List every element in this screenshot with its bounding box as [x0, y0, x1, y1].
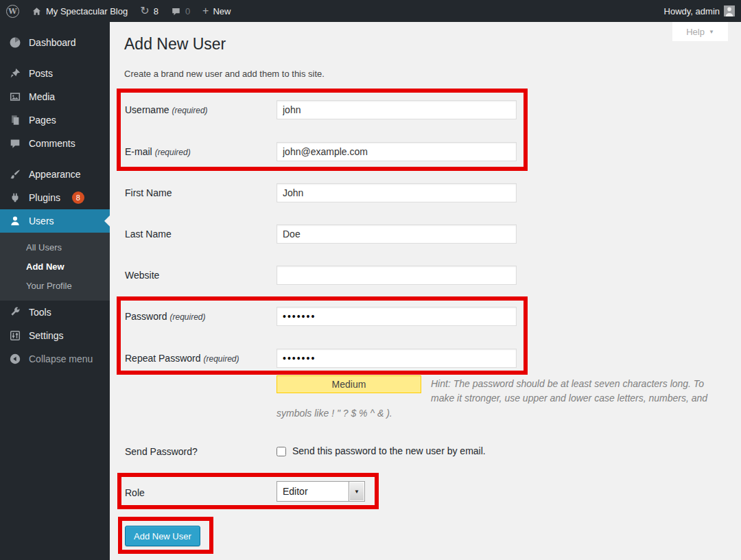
avatar	[724, 5, 735, 16]
sidebar-item-posts[interactable]: Posts	[0, 62, 110, 85]
sidebar-item-label: Users	[29, 215, 54, 226]
admin-bar: W My Spectacular Blog ↻ 8 0 + New Howdy,…	[0, 0, 741, 22]
last-name-label: Last Name	[125, 229, 172, 240]
submenu-item-label: Add New	[26, 261, 64, 272]
comment-bubble-icon	[171, 6, 181, 16]
admin-bar-left: W My Spectacular Blog ↻ 8 0 + New	[0, 0, 237, 22]
updates-icon: ↻	[140, 5, 149, 16]
sidebar-item-label: Comments	[29, 138, 75, 149]
plus-icon: +	[202, 5, 209, 16]
sidebar-item-media[interactable]: Media	[0, 85, 110, 108]
admin-bar-right: Howdy, admin	[658, 0, 741, 22]
sidebar-item-label: Collapse menu	[29, 353, 93, 364]
sidebar-item-label: Media	[29, 91, 55, 102]
pin-icon	[8, 67, 22, 80]
chevron-down-icon: ▼	[354, 489, 360, 495]
admin-menu: Dashboard Posts Media Pages Comments App…	[0, 22, 110, 560]
media-icon	[8, 90, 22, 104]
email-label: E-mail(required)	[125, 146, 191, 157]
required-note: (required)	[155, 148, 191, 157]
dashboard-icon	[8, 36, 22, 49]
pages-icon	[8, 113, 22, 127]
send-password-checkbox-label[interactable]: Send this password to the new user by em…	[292, 445, 486, 456]
user-icon	[8, 214, 22, 228]
wordpress-menu[interactable]: W	[0, 0, 25, 22]
password-label: Password(required)	[125, 311, 206, 322]
first-name-label: First Name	[125, 187, 172, 198]
site-name-label: My Spectacular Blog	[46, 6, 128, 16]
password-hint-line: make it stronger, use upper and lower ca…	[431, 393, 707, 404]
users-submenu: All Users Add New Your Profile	[0, 233, 110, 301]
repeat-password-label: Repeat Password(required)	[125, 353, 239, 364]
send-password-checkbox[interactable]	[277, 447, 286, 456]
add-new-user-button[interactable]: Add New User	[125, 526, 200, 546]
comments-link[interactable]: 0	[165, 0, 196, 22]
wordpress-logo-icon: W	[6, 5, 19, 18]
plugins-update-badge: 8	[72, 191, 84, 204]
sidebar-item-users[interactable]: Users	[0, 209, 110, 233]
select-arrow-button[interactable]: ▼	[349, 482, 364, 501]
chevron-down-icon: ▼	[709, 29, 714, 35]
password-field[interactable]	[277, 307, 517, 326]
email-field[interactable]	[277, 142, 517, 161]
sidebar-item-label: Tools	[29, 307, 51, 318]
home-icon	[32, 6, 42, 16]
sidebar-item-label: Appearance	[29, 169, 81, 180]
sidebar-item-label: Plugins	[29, 192, 60, 203]
help-tab[interactable]: Help ▼	[672, 22, 728, 41]
required-note: (required)	[169, 312, 205, 322]
new-label: New	[213, 6, 231, 16]
paintbrush-icon	[8, 167, 22, 181]
submenu-item-label: Your Profile	[26, 281, 72, 291]
page-subtitle: Create a brand new user and add them to …	[124, 69, 325, 79]
submenu-item-all-users[interactable]: All Users	[0, 237, 110, 257]
sidebar-item-appearance[interactable]: Appearance	[0, 163, 110, 186]
comments-count: 0	[185, 6, 190, 16]
password-strength-meter: Medium	[277, 375, 421, 393]
role-label: Role	[125, 487, 145, 498]
username-field[interactable]	[277, 100, 517, 119]
comments-icon	[8, 137, 22, 150]
repeat-password-field[interactable]	[277, 349, 517, 368]
wrench-icon	[8, 305, 22, 319]
help-label: Help	[686, 27, 705, 37]
my-account-menu[interactable]: Howdy, admin	[658, 0, 741, 22]
updates-count: 8	[154, 6, 158, 16]
submenu-item-your-profile[interactable]: Your Profile	[0, 276, 110, 295]
first-name-field[interactable]	[277, 183, 517, 202]
sidebar-item-pages[interactable]: Pages	[0, 108, 110, 132]
required-note: (required)	[172, 106, 208, 115]
website-field[interactable]	[277, 266, 517, 285]
site-name-link[interactable]: My Spectacular Blog	[25, 0, 134, 22]
send-password-label: Send Password?	[125, 446, 198, 457]
sidebar-item-tools[interactable]: Tools	[0, 301, 110, 324]
add-new-user-page: Help ▼ Add New User Create a brand new u…	[110, 22, 741, 560]
password-hint-line: symbols like ! " ? $ % ^ & ).	[277, 408, 392, 419]
sidebar-item-comments[interactable]: Comments	[0, 132, 110, 155]
sidebar-item-dashboard[interactable]: Dashboard	[0, 31, 110, 54]
website-label: Website	[125, 270, 159, 281]
collapse-menu-button[interactable]: Collapse menu	[0, 347, 110, 371]
sliders-icon	[8, 329, 22, 342]
plugin-icon	[8, 191, 22, 205]
role-select[interactable]: Editor ▼	[277, 481, 365, 502]
sidebar-item-label: Settings	[29, 330, 64, 341]
role-selected-value: Editor	[277, 482, 349, 501]
last-name-field[interactable]	[277, 224, 517, 244]
page-title: Add New User	[124, 34, 226, 54]
password-hint-line: Hint: The password should be at least se…	[431, 378, 704, 389]
howdy-label: Howdy, admin	[664, 6, 720, 16]
sidebar-item-plugins[interactable]: Plugins 8	[0, 186, 110, 209]
sidebar-item-label: Posts	[29, 68, 53, 79]
collapse-icon	[8, 352, 22, 366]
sidebar-item-settings[interactable]: Settings	[0, 324, 110, 347]
new-content-menu[interactable]: + New	[196, 0, 237, 22]
username-label: Username(required)	[125, 104, 208, 115]
sidebar-item-label: Dashboard	[29, 37, 76, 48]
menu-separator	[0, 155, 110, 163]
menu-separator	[0, 54, 110, 62]
required-note: (required)	[204, 354, 239, 364]
updates-link[interactable]: ↻ 8	[134, 0, 165, 22]
submenu-item-add-new[interactable]: Add New	[0, 257, 110, 276]
sidebar-item-label: Pages	[29, 115, 56, 126]
